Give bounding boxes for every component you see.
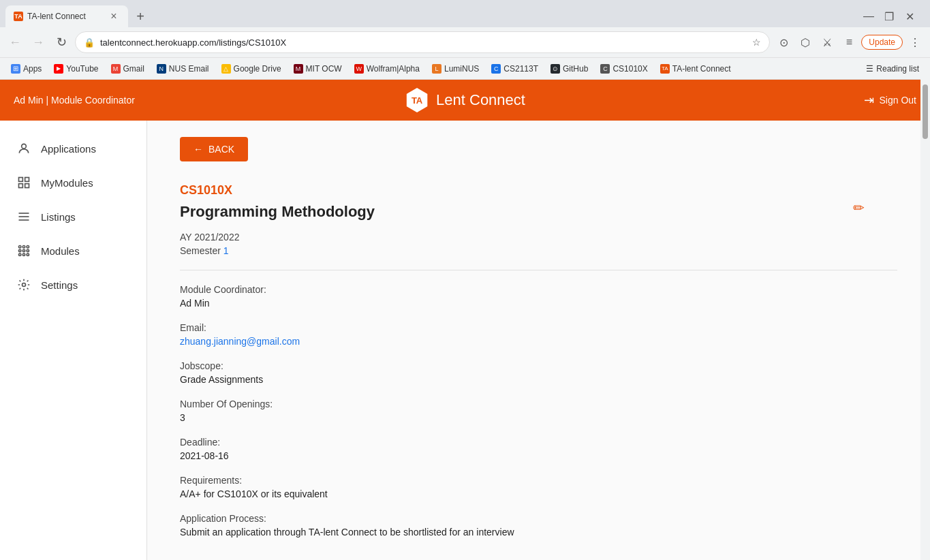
svg-point-11 (19, 249, 21, 251)
profile-button[interactable]: ⊙ (774, 33, 793, 52)
openings-section: Number Of Openings: 3 (180, 399, 897, 423)
deadline-section: Deadline: 2021-08-16 (180, 437, 897, 461)
bookmark-mit-ocw[interactable]: M MIT OCW (288, 62, 347, 76)
bookmark-github[interactable]: ⊙ GitHub (545, 62, 593, 76)
edit-button[interactable]: ✏ (853, 200, 865, 216)
bookmark-cs2113t[interactable]: C CS2113T (486, 62, 544, 76)
requirements-section: Requirements: A/A+ for CS1010X or its eq… (180, 475, 897, 499)
semester-number: 1 (223, 245, 229, 256)
coordinator-section: Module Coordinator: Ad Min (180, 284, 897, 309)
scrollbar-track[interactable] (920, 121, 930, 560)
sidebar: Applications MyModules Listings (0, 121, 147, 560)
tab-close-button[interactable]: × (108, 10, 120, 22)
github-bookmark-icon: ⊙ (551, 64, 560, 74)
svg-rect-2 (25, 178, 29, 182)
sidebar-item-mymodules[interactable]: MyModules (0, 166, 146, 200)
grid-icon (16, 175, 31, 190)
back-button[interactable]: ← (5, 33, 25, 52)
refresh-button[interactable]: ↻ (52, 33, 71, 52)
bookmark-google-drive[interactable]: △ Google Drive (216, 62, 287, 76)
bookmark-ta-lent[interactable]: TA TA-lent Connect (655, 62, 737, 76)
bookmark-gmail[interactable]: M Gmail (106, 62, 150, 76)
window-controls: — ❐ ✕ (854, 7, 925, 26)
email-section: Email: zhuang.jianning@gmail.com (180, 322, 897, 347)
new-tab-button[interactable]: + (131, 7, 150, 26)
bookmark-youtube[interactable]: ▶ YouTube (48, 62, 104, 76)
maximize-button[interactable]: ❐ (880, 7, 899, 26)
module-code: CS1010X (180, 183, 897, 198)
requirements-label: Requirements: (180, 475, 897, 486)
apps-bookmark-icon: ⊞ (11, 64, 20, 74)
tab-favicon: TA (14, 12, 23, 21)
requirements-value: A/A+ for CS1010X or its equivalent (180, 488, 897, 499)
coordinator-label: Module Coordinator: (180, 284, 897, 295)
sidebar-item-listings[interactable]: Listings (0, 200, 146, 234)
app-wrapper: Ad Min | Module Coordinator TA Lent Conn… (0, 80, 930, 560)
svg-rect-1 (19, 178, 23, 182)
semester: Semester 1 (180, 245, 897, 256)
bookmark-cs1010x[interactable]: C CS1010X (595, 62, 653, 76)
bookmark-apps[interactable]: ⊞ Apps (5, 62, 47, 76)
tab-title: TA-lent Connect (27, 12, 104, 21)
gear-icon (16, 277, 31, 292)
svg-point-10 (27, 246, 29, 248)
youtube-bookmark-icon: ▶ (54, 64, 63, 74)
svg-rect-4 (25, 184, 29, 188)
cs1010x-bookmark-icon: C (600, 64, 610, 74)
coordinator-name: Ad Min (180, 298, 897, 309)
reading-list-button[interactable]: ☰ Reading list (861, 62, 925, 76)
drive-bookmark-icon: △ (221, 64, 231, 74)
close-button[interactable]: ✕ (900, 7, 919, 26)
sidebar-item-modules[interactable]: Modules (0, 234, 146, 268)
sidebar-item-applications[interactable]: Applications (0, 131, 146, 166)
svg-point-0 (22, 144, 27, 149)
svg-point-9 (22, 246, 25, 248)
deadline-value: 2021-08-16 (180, 450, 897, 461)
svg-point-15 (22, 253, 25, 255)
ocw-bookmark-icon: M (294, 64, 303, 74)
minimize-button[interactable]: — (859, 7, 878, 26)
sign-out-button[interactable]: ⇥ Sign Out (864, 93, 916, 108)
extensions-button-2[interactable]: ⚔ (818, 33, 837, 52)
deadline-label: Deadline: (180, 437, 897, 448)
url-text: talentconnect.herokuapp.com/listings/CS1… (100, 37, 747, 48)
bookmark-nus-email[interactable]: N NUS Email (151, 62, 215, 76)
update-button[interactable]: Update (861, 35, 903, 50)
bookmark-wolfram[interactable]: W Wolfram|Alpha (349, 62, 425, 76)
bookmark-luminus[interactable]: L LumiNUS (427, 62, 484, 76)
forward-button[interactable]: → (29, 33, 48, 52)
extensions-button[interactable]: ⬡ (796, 33, 815, 52)
sign-out-icon: ⇥ (864, 93, 874, 108)
list-icon (16, 209, 31, 224)
divider (180, 270, 897, 270)
tab-bar: TA TA-lent Connect × + — ❐ ✕ (0, 0, 930, 27)
ta-bookmark-icon: TA (660, 64, 670, 74)
header-app-title: Lent Connect (436, 91, 525, 109)
svg-point-13 (27, 249, 29, 251)
email-value[interactable]: zhuang.jianning@gmail.com (180, 336, 897, 347)
app-header: Ad Min | Module Coordinator TA Lent Conn… (0, 80, 930, 121)
svg-point-17 (22, 283, 26, 287)
app-body: Applications MyModules Listings (0, 121, 930, 560)
sidebar-item-settings[interactable]: Settings (0, 268, 146, 302)
scrollbar-thumb[interactable] (923, 121, 928, 139)
nus-bookmark-icon: N (157, 64, 166, 74)
gmail-bookmark-icon: M (111, 64, 121, 74)
browser-chrome: TA TA-lent Connect × + — ❐ ✕ ← → ↻ 🔒 tal… (0, 0, 930, 80)
lock-icon: 🔒 (84, 37, 95, 48)
cs2113-bookmark-icon: C (491, 64, 501, 74)
bookmarks-bar: ⊞ Apps ▶ YouTube M Gmail N NUS Email △ G… (0, 57, 930, 79)
bookmark-star-icon[interactable]: ☆ (752, 37, 761, 48)
email-label: Email: (180, 322, 897, 333)
back-button[interactable]: ← BACK (180, 137, 248, 161)
extensions-button-3[interactable]: ≡ (839, 33, 858, 52)
jobscope-value: Grade Assignments (180, 374, 897, 385)
svg-point-14 (19, 253, 21, 255)
header-role: Ad Min | Module Coordinator (14, 95, 135, 106)
openings-label: Number Of Openings: (180, 399, 897, 409)
address-bar[interactable]: 🔒 talentconnect.herokuapp.com/listings/C… (75, 31, 770, 53)
process-section: Application Process: Submit an applicati… (180, 513, 897, 538)
active-tab[interactable]: TA TA-lent Connect × (5, 5, 128, 27)
menu-button[interactable]: ⋮ (905, 33, 925, 52)
luminus-bookmark-icon: L (432, 64, 441, 74)
